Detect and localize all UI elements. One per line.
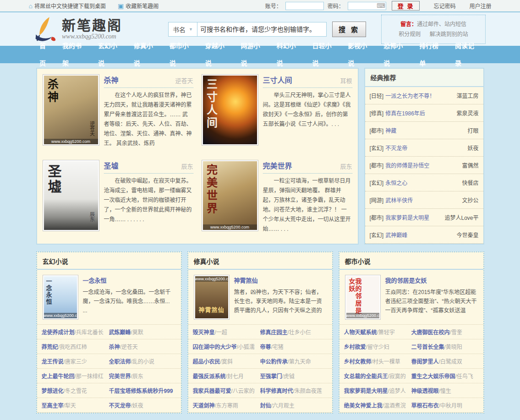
- book-link[interactable]: 帝尊: [260, 344, 271, 350]
- book-link[interactable]: 龙王传说: [42, 359, 64, 365]
- book-link[interactable]: 超品小农民: [193, 359, 220, 365]
- recommend-title-link[interactable]: 武神巅峰: [385, 231, 407, 239]
- book-link[interactable]: 申公豹传承: [260, 359, 288, 365]
- book-link[interactable]: 我家兵器最可爱: [193, 388, 231, 394]
- book-link[interactable]: 最强反派系统: [193, 373, 226, 380]
- account-input[interactable]: [285, 2, 324, 10]
- book-title-link[interactable]: 一念永恒: [83, 276, 107, 284]
- recommend-title-link[interactable]: 武林半侠传: [385, 196, 413, 204]
- book-list-row: 我家萝莉是大明星/追梦人神级透视眼/憧生: [339, 383, 483, 398]
- book-link[interactable]: 龙使养成计划: [42, 329, 75, 336]
- points-rules-link[interactable]: 积分规则: [399, 31, 421, 38]
- recommend-item: [网游]武林半侠传文抄公: [365, 191, 483, 209]
- recommend-title-link[interactable]: 神藏: [385, 126, 396, 134]
- book-title-link[interactable]: 完美世界: [263, 160, 292, 171]
- book-description: 在这个人吃人的疯狂世界，神已无力回天，就让我踏着漫天诸神的累累尸骨来普渡这芸芸众…: [104, 91, 193, 148]
- nav-xuanhuan[interactable]: 玄幻小说: [93, 37, 129, 72]
- book-cover-link[interactable]: www.xxbqg5200.com 神霄煞仙: [194, 275, 230, 320]
- book-cover-link[interactable]: 杀神 逆苍天 www.xxbqg5200.com: [43, 74, 99, 146]
- book-link[interactable]: 梦想进化: [42, 388, 64, 394]
- book-cover-link[interactable]: 一念永恒 www.xxbqg5200.com: [43, 275, 78, 320]
- search-button[interactable]: 搜 索: [332, 22, 366, 37]
- book-link[interactable]: 全职法师: [109, 359, 131, 365]
- recommend-author: 今世秦皇: [454, 231, 478, 239]
- nav-home[interactable]: 首页: [34, 37, 57, 72]
- notice-label: 留言：: [400, 21, 417, 27]
- favorite-site-link[interactable]: ▣ 收藏新笔趣阁: [118, 2, 159, 10]
- book-link[interactable]: 二号首长全集: [411, 344, 444, 350]
- search-category-select[interactable]: 书名 ▼: [168, 22, 197, 37]
- book-cover-link[interactable]: 我的邻居是女妖 www.xxbqg5200.com: [345, 275, 381, 320]
- book-link[interactable]: 杀神: [109, 344, 120, 350]
- book-link[interactable]: 我家萝莉是大明星: [344, 388, 388, 394]
- book-link[interactable]: 至强掌门: [260, 373, 282, 380]
- section-dushi: 都市小说 我的邻居是女妖 www.xxbqg5200.com 我的邻居是女妖 王…: [339, 251, 484, 414]
- book-link[interactable]: 草根石布衣: [411, 403, 439, 409]
- featured-book-wanmeishijie: 完美世界 www.xxbqg5200.com 完美世界 辰东 一粒尘可填海，一根…: [202, 160, 352, 238]
- book-title-link[interactable]: 杀神: [104, 74, 119, 85]
- book-link[interactable]: 封仙: [260, 403, 271, 409]
- recommend-title-link[interactable]: 我的师傅是孙悟空: [385, 161, 429, 169]
- book-link[interactable]: 乡村欲爱: [344, 344, 366, 350]
- book-link[interactable]: 完美世界: [109, 373, 131, 380]
- nav-ranking[interactable]: 排行榜单: [414, 37, 450, 72]
- book-link[interactable]: 莽荒纪: [42, 344, 58, 350]
- password-input[interactable]: [348, 2, 386, 10]
- account-label: 账号：: [265, 2, 282, 10]
- book-link[interactable]: 女总裁的全能兵王: [344, 373, 388, 380]
- book-link[interactable]: 科学修真时代: [260, 388, 293, 394]
- nav-wangyou[interactable]: 网游小说: [236, 37, 272, 72]
- nav-reading-history[interactable]: 阅读记录: [450, 37, 486, 72]
- book-link[interactable]: 天道剑神: [193, 403, 215, 409]
- nav-xiuzhen[interactable]: 修真小说: [129, 37, 164, 72]
- book-title-link[interactable]: 三寸人间: [263, 74, 292, 85]
- book-cover-link[interactable]: 三寸人间: [202, 74, 258, 146]
- book-link[interactable]: 至高主宰: [42, 403, 64, 409]
- redirect-help-link[interactable]: 解决跳到别的站: [430, 31, 468, 38]
- login-button[interactable]: 登 录: [392, 1, 420, 11]
- book-title-link[interactable]: 神霄煞仙: [234, 276, 258, 284]
- register-link[interactable]: 用户注册: [469, 2, 491, 10]
- book-title-link[interactable]: 我的邻居是女妖: [385, 276, 427, 284]
- recommend-title-link[interactable]: 修真在1986年后: [385, 109, 425, 117]
- recommend-title-link[interactable]: 不灭龙帝: [385, 144, 407, 152]
- book-cover-link[interactable]: 圣墟 辰东: [43, 160, 99, 231]
- recommend-title-link[interactable]: 永恒之心: [385, 179, 407, 186]
- book-list-row: 最强反派系统/封七月至强掌门/虎钺: [188, 369, 332, 383]
- book-link[interactable]: 绝美女神爱上我: [344, 403, 383, 409]
- nav-chuanyue[interactable]: 穿越小说: [200, 37, 236, 72]
- book-cover-link[interactable]: 完美世界 www.xxbqg5200.com: [202, 160, 258, 231]
- download-shortcut-link[interactable]: ⌂ 将屌丝中文快捷键下载到桌面: [29, 2, 106, 10]
- nav-kehuan[interactable]: 科幻小说: [271, 37, 307, 72]
- recommend-title-link[interactable]: 一派之长为老不尊！: [385, 92, 435, 99]
- nav-yingshi[interactable]: 影视小说: [343, 37, 378, 72]
- book-link[interactable]: 千层宝塔修炼系统秒升999: [109, 388, 173, 394]
- nav-dushi[interactable]: 都市小说: [164, 37, 200, 72]
- book-link[interactable]: 春闺梦里人: [411, 359, 439, 365]
- book-link[interactable]: 囚在湖中的大少爷: [193, 344, 237, 350]
- forgot-password-link[interactable]: 忘记密码: [433, 2, 455, 10]
- book-link[interactable]: 修真庄园主: [260, 329, 288, 336]
- search-input[interactable]: [197, 22, 327, 37]
- nav-kongbu[interactable]: 恐怖小说: [378, 37, 414, 72]
- book-title-link[interactable]: 圣墟: [104, 160, 119, 171]
- book-link[interactable]: 重生之大娱乐帝国: [411, 373, 455, 380]
- book-link[interactable]: 神级透视眼: [411, 388, 439, 394]
- book-link[interactable]: 人物天赋系统: [344, 329, 377, 336]
- book-link[interactable]: 不灭龙帝: [109, 403, 131, 409]
- topbar: ⌂ 将屌丝中文快捷键下载到桌面 ▣ 收藏新笔趣阁 账号： 密码： ⌨ 登 录 忘…: [0, 0, 520, 12]
- book-link[interactable]: 史上最牛轮回: [42, 373, 75, 380]
- nav-riqing[interactable]: 日轻小说: [307, 37, 343, 72]
- book-list-row: 梦想进化/冬之雪花千层宝塔修炼系统秒升999: [37, 383, 181, 398]
- book-list-row: 史上最牛轮回/那一抹绯红完美世界/辰东: [37, 369, 181, 383]
- recommend-title-link[interactable]: 我家萝莉是大明星: [385, 213, 429, 221]
- nav-bookshelf[interactable]: 我的书架: [57, 37, 93, 72]
- book-cover-image: 三寸人间: [203, 76, 257, 144]
- book-link[interactable]: 武炼巅峰: [109, 329, 131, 336]
- search-bar: 书名 ▼ 搜 索: [168, 22, 366, 37]
- book-link[interactable]: 毁灭神皇: [193, 329, 215, 336]
- site-name: 新笔趣阁: [62, 18, 122, 33]
- book-link[interactable]: 乡村女教师: [344, 359, 372, 365]
- book-author: 耳根: [340, 76, 352, 85]
- book-link[interactable]: 大唐御医在校内: [411, 329, 450, 336]
